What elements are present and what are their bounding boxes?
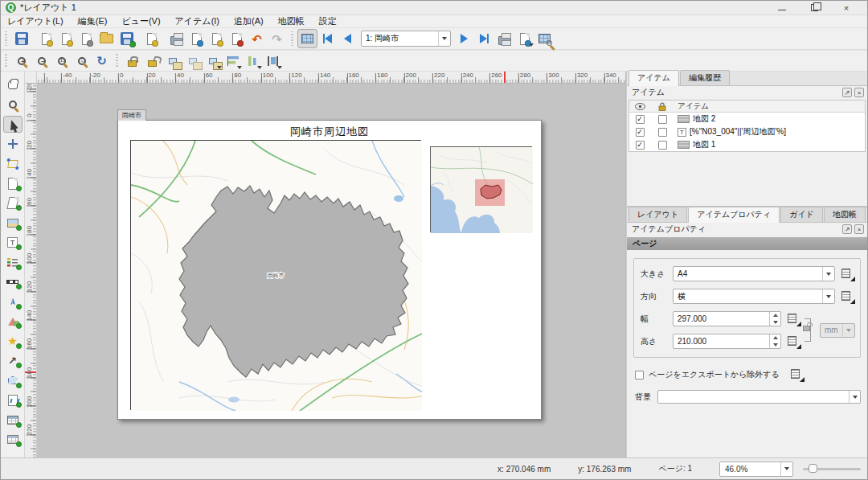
lock-checkbox[interactable] (658, 115, 667, 124)
tab-atlas[interactable]: 地図帳 (824, 207, 866, 222)
overview-map-item[interactable] (430, 146, 532, 232)
duplicate-layout-button[interactable] (56, 29, 76, 48)
export-pdf-button[interactable] (227, 29, 247, 48)
menu-item[interactable]: アイテム(I) (175, 15, 219, 27)
close-button[interactable]: × (841, 3, 851, 13)
spin-down-button[interactable] (770, 319, 780, 326)
close-panel-button[interactable]: × (854, 88, 864, 97)
undock-panel-button[interactable]: ↗ (842, 88, 852, 97)
zoom-in-button[interactable]: + (11, 51, 31, 71)
tab-items[interactable]: アイテム (628, 70, 679, 86)
visibility-checkbox[interactable] (636, 115, 645, 124)
map-title-label[interactable]: 岡崎市周辺地図 (118, 125, 541, 139)
toolbar-handle[interactable] (114, 54, 120, 68)
menu-item[interactable]: レイアウト(L) (7, 15, 63, 27)
align-items-button[interactable] (223, 51, 243, 71)
zoom-full-button[interactable]: ⛶ (72, 51, 92, 71)
add-map-button[interactable] (3, 175, 23, 192)
combo-caret[interactable] (438, 31, 450, 46)
item-row[interactable]: 地図 2 (629, 113, 865, 125)
width-spinbox[interactable]: 297.000 (673, 311, 781, 326)
select-move-item-tool-button[interactable] (3, 116, 23, 133)
menu-item[interactable]: 設定 (319, 15, 337, 27)
pan-tool-button[interactable] (3, 76, 23, 93)
add-marker-button[interactable]: ★ (3, 333, 23, 350)
export-image-button[interactable] (186, 29, 207, 48)
add-3d-map-button[interactable] (3, 195, 23, 211)
menu-item[interactable]: 追加(A) (234, 15, 264, 27)
print-button[interactable] (166, 29, 186, 48)
exclude-page-checkbox[interactable] (635, 371, 644, 379)
zoom-out-button[interactable]: − (31, 51, 51, 71)
tab-item-properties[interactable]: アイテムプロパティ (688, 207, 780, 223)
add-picture-button[interactable] (3, 215, 23, 232)
minimize-button[interactable] (777, 3, 787, 13)
layout-canvas[interactable]: 岡崎市 岡崎市周辺地図 (37, 84, 625, 457)
undo-button[interactable]: ↶ (247, 29, 267, 48)
export-svg-button[interactable] (207, 29, 227, 48)
close-panel-button[interactable]: × (854, 224, 864, 234)
add-arrow-button[interactable]: ↗ (3, 352, 23, 369)
toolbar-handle[interactable] (3, 31, 9, 46)
preview-atlas-toggle[interactable] (297, 29, 317, 48)
layout-page[interactable]: 岡崎市 岡崎市周辺地図 (117, 120, 542, 420)
toolbar-handle[interactable] (289, 31, 295, 46)
raise-items-button[interactable] (203, 51, 223, 71)
zoom-level-combo[interactable]: 46.0% (719, 462, 793, 477)
data-defined-exclude-button[interactable] (788, 367, 805, 382)
lock-items-button[interactable] (122, 51, 142, 71)
menu-item[interactable]: ビュー(V) (121, 15, 160, 27)
resize-items-button[interactable] (263, 51, 283, 71)
atlas-last-button[interactable] (474, 29, 494, 48)
ungroup-items-button[interactable] (182, 51, 203, 71)
zoom-slider[interactable] (803, 463, 861, 474)
main-map-item[interactable]: 岡崎市 (130, 140, 421, 410)
add-pages-button[interactable] (141, 29, 162, 48)
lock-checkbox[interactable] (658, 141, 667, 150)
edit-nodes-tool-button[interactable] (3, 155, 23, 172)
atlas-next-button[interactable] (454, 29, 474, 48)
new-layout-button[interactable] (36, 29, 56, 48)
atlas-prev-button[interactable] (338, 29, 358, 48)
tab-undo-history[interactable]: 編集履歴 (680, 70, 730, 85)
unlock-items-button[interactable] (142, 51, 162, 71)
item-row[interactable]: 地図 1 (629, 138, 865, 151)
menu-item[interactable]: 編集(E) (78, 15, 108, 27)
background-color-button[interactable] (657, 390, 861, 404)
data-defined-height-button[interactable] (785, 334, 801, 349)
item-row[interactable]: T[%"N03_004"||'周辺地図'%] (629, 125, 865, 138)
add-scalebar-button[interactable] (3, 273, 23, 290)
add-attribute-table-button[interactable] (3, 412, 23, 429)
visibility-checkbox[interactable] (636, 128, 645, 137)
add-node-item-button[interactable] (3, 372, 23, 389)
layout-manager-button[interactable] (76, 29, 96, 48)
data-defined-orientation-button[interactable] (839, 289, 855, 304)
add-label-button[interactable]: T (3, 234, 23, 251)
atlas-feature-combo[interactable]: 1: 岡崎市 (361, 31, 451, 47)
tab-guides[interactable]: ガイド (780, 207, 823, 222)
tab-layout[interactable]: レイアウト (628, 207, 687, 222)
menu-item[interactable]: 地図帳 (278, 15, 305, 27)
visibility-checkbox[interactable] (636, 141, 645, 150)
page-size-combo[interactable]: A4 (673, 266, 835, 281)
maximize-button[interactable] (809, 3, 819, 13)
redo-button[interactable]: ↷ (267, 29, 287, 48)
spin-up-button[interactable] (770, 312, 780, 319)
add-legend-button[interactable] (3, 254, 23, 271)
print-atlas-button[interactable] (494, 29, 514, 48)
save-project-button[interactable] (11, 29, 31, 48)
undock-panel-button[interactable]: ↗ (842, 224, 852, 234)
add-north-arrow-button[interactable]: ➢ (3, 293, 23, 310)
spin-down-button[interactable] (770, 342, 780, 349)
add-shape-button[interactable] (3, 313, 23, 330)
page-section-header[interactable]: ページ (627, 237, 867, 250)
toolbar-handle[interactable] (3, 54, 9, 68)
group-items-button[interactable] (162, 51, 182, 71)
spin-up-button[interactable] (770, 334, 780, 342)
height-spinbox[interactable]: 210.000 (673, 334, 781, 349)
zoom-actual-button[interactable]: 1:1 (51, 51, 72, 71)
export-atlas-button[interactable] (514, 29, 534, 48)
load-template-button[interactable] (96, 29, 117, 48)
atlas-first-button[interactable] (317, 29, 338, 48)
orientation-combo[interactable]: 横 (673, 289, 835, 304)
